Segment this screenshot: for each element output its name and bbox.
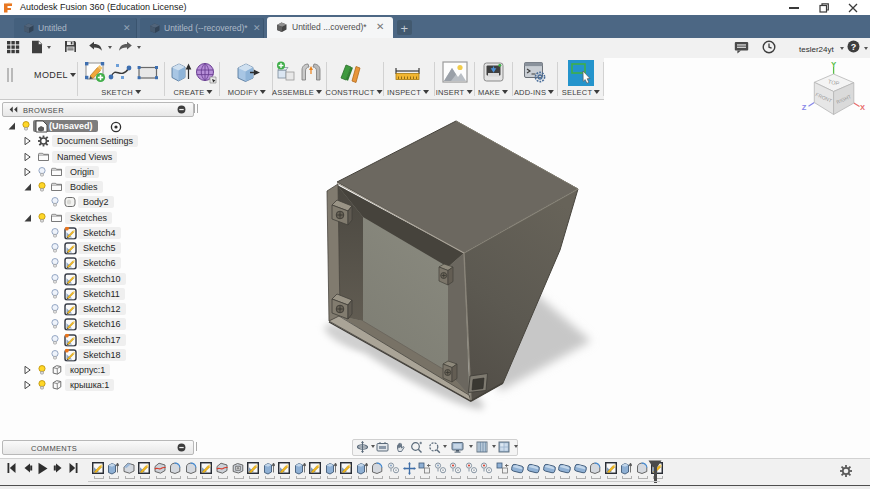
svg-text:X: X	[860, 103, 865, 112]
svg-text:Z: Z	[802, 103, 807, 112]
svg-text:RIGHT: RIGHT	[835, 93, 852, 105]
svg-text:FRONT: FRONT	[815, 91, 833, 103]
svg-text:TOP: TOP	[828, 78, 841, 86]
svg-text:Y: Y	[831, 60, 837, 69]
svg-text:?: ?	[851, 42, 857, 52]
